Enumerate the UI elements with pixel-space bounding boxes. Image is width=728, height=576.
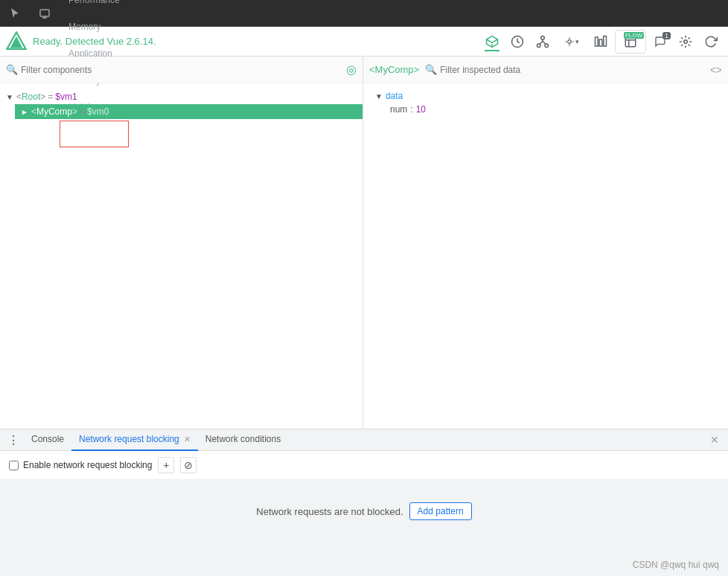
mycomp-tag: MyComp [36, 106, 72, 117]
root-tag: Root [22, 92, 40, 102]
more-tool-btn[interactable] [674, 31, 697, 53]
nav-device-icon[interactable] [30, 0, 60, 27]
filter-data-input[interactable] [440, 65, 703, 75]
routing-tool-btn[interactable]: ▾ [557, 31, 587, 53]
component-tree: ▼ <Root> = $vm1 ► <MyComp> = $vm0 [0, 83, 363, 429]
components-filter-bar: 🔍 ◎ [0, 57, 363, 83]
right-panel: <MyComp> 🔍 <> ▼ data num : 10 [363, 57, 728, 429]
root-var: $vm1 [55, 92, 77, 102]
tab-network-request-blocking[interactable]: Network request blocking ✕ [71, 429, 198, 451]
tab-console[interactable]: Console [24, 429, 71, 451]
data-row-num: num : 10 [375, 103, 716, 116]
nav-cursor-icon[interactable] [0, 0, 30, 27]
enable-blocking-checkbox[interactable] [9, 461, 19, 470]
svg-rect-10 [599, 39, 602, 46]
svg-rect-11 [604, 36, 607, 46]
left-panel: 🔍 ◎ ▼ <Root> = $vm1 ► <MyComp> = $vm0 [0, 57, 363, 429]
right-header: <MyComp> 🔍 <> [363, 57, 728, 83]
svg-point-13 [684, 39, 688, 43]
svg-rect-0 [40, 10, 49, 16]
top-nav: ElementsConsoleSourcesNetworkPerformance… [0, 0, 728, 27]
tab-network-close-btn[interactable]: ✕ [184, 435, 191, 444]
tree-arrow-mycomp-icon: ► [21, 108, 28, 116]
data-prop-num: num [390, 104, 407, 115]
empty-text: Network requests are not blocked. [256, 506, 403, 517]
empty-message-area: Network requests are not blocked. Add pa… [0, 480, 728, 543]
main-area: 🔍 ◎ ▼ <Root> = $vm1 ► <MyComp> = $vm0 <M… [0, 57, 728, 429]
data-collapse-icon: ▼ [375, 92, 383, 100]
data-section: ▼ data num : 10 [375, 89, 716, 116]
data-value-num: 10 [416, 104, 426, 115]
mycomp-var: $vm0 [87, 106, 109, 117]
svg-point-6 [537, 44, 541, 48]
footer-text: CSDN @qwq hui qwq [633, 560, 719, 570]
enable-blocking-text: Enable network request blocking [23, 460, 152, 470]
data-section-label: data [386, 91, 403, 101]
bottom-content-toolbar: Enable network request blocking + ⊘ [0, 451, 728, 480]
performance-tool-btn[interactable] [590, 31, 612, 53]
vue-status-text: Ready. Detected Vue 2.6.14. [33, 36, 481, 47]
components-tool-btn[interactable] [481, 31, 503, 53]
nav-item-performance[interactable]: Performance [60, 0, 129, 13]
notif-count: 1 [662, 32, 671, 39]
add-pattern-btn[interactable]: Add pattern [409, 502, 472, 520]
selected-component-name: <MyComp> [369, 64, 419, 75]
add-pattern-toolbar-btn[interactable]: + [158, 457, 174, 473]
notification-btn[interactable]: 1 [649, 31, 671, 53]
svg-rect-9 [596, 37, 598, 46]
vuex-tool-btn[interactable] [531, 31, 554, 53]
tree-arrow-icon: ▼ [6, 93, 13, 101]
right-filter-bar: 🔍 [425, 64, 703, 75]
svg-marker-2 [10, 36, 23, 48]
close-bottom-panel-btn[interactable]: ✕ [704, 434, 725, 446]
search-icon: 🔍 [6, 64, 18, 75]
svg-point-7 [545, 44, 549, 48]
svg-point-8 [568, 39, 572, 43]
refresh-circle-icon[interactable]: ◎ [346, 63, 357, 77]
data-section-header[interactable]: ▼ data [375, 89, 716, 103]
bottom-tabs: ⋮ Console Network request blocking ✕ Net… [0, 429, 728, 451]
vue-tools: ▾ FLOW 1 [481, 30, 722, 54]
enable-blocking-label[interactable]: Enable network request blocking [9, 460, 152, 470]
tree-item-root[interactable]: ▼ <Root> = $vm1 [0, 89, 363, 104]
svg-point-5 [541, 36, 545, 39]
vue-logo-icon [6, 31, 27, 52]
block-all-btn[interactable]: ⊘ [180, 457, 197, 473]
timeline-tool-btn[interactable] [506, 31, 529, 53]
search-right-icon: 🔍 [425, 64, 437, 75]
tree-item-mycomp[interactable]: ► <MyComp> = $vm0 [15, 104, 363, 119]
data-area: ▼ data num : 10 [363, 83, 728, 429]
tab-network-conditions[interactable]: Network conditions [198, 429, 288, 451]
refresh-btn[interactable] [700, 31, 722, 53]
bottom-tab-more-icon[interactable]: ⋮ [3, 433, 24, 447]
settings-tool-btn[interactable]: FLOW [615, 30, 646, 54]
code-toggle-icon[interactable]: <> [710, 64, 722, 76]
flow-badge: FLOW [624, 32, 644, 39]
filter-components-input[interactable] [21, 65, 346, 75]
